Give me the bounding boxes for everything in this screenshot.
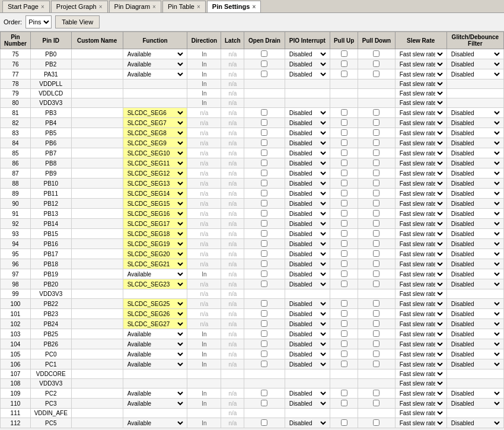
- pull-up-cell[interactable]: [330, 138, 358, 148]
- open-drain-cell[interactable]: [244, 138, 285, 148]
- pio-interrupt-cell[interactable]: Disabled: [285, 108, 330, 118]
- function-cell[interactable]: [123, 409, 187, 418]
- slew-rate-cell[interactable]: Fast slew rate: [395, 229, 446, 239]
- pull-down-cell[interactable]: [358, 229, 395, 239]
- function-cell[interactable]: SLCDC_SEG19: [123, 239, 187, 249]
- tab-close-icon[interactable]: ×: [252, 4, 256, 10]
- pio-interrupt-cell[interactable]: [285, 379, 330, 388]
- custom-name-cell[interactable]: [71, 339, 123, 349]
- pull-down-cell[interactable]: [358, 279, 395, 289]
- function-cell[interactable]: SLCDC_SEG11: [123, 158, 187, 168]
- pio-interrupt-cell[interactable]: Disabled: [285, 138, 330, 148]
- function-cell[interactable]: SLCDC_SEG7: [123, 118, 187, 128]
- glitch-filter-cell[interactable]: Disabled: [446, 69, 503, 79]
- pio-interrupt-cell[interactable]: Disabled: [285, 168, 330, 179]
- custom-name-cell[interactable]: [71, 79, 123, 89]
- pio-interrupt-cell[interactable]: Disabled: [285, 269, 330, 279]
- pio-interrupt-cell[interactable]: Disabled: [285, 49, 330, 59]
- pull-down-cell[interactable]: [358, 158, 395, 168]
- glitch-filter-cell[interactable]: Disabled: [446, 199, 503, 209]
- function-cell[interactable]: [123, 370, 187, 379]
- open-drain-cell[interactable]: [244, 388, 285, 399]
- pull-up-cell[interactable]: [330, 108, 358, 118]
- slew-rate-cell[interactable]: Fast slew rate: [395, 309, 446, 319]
- glitch-filter-cell[interactable]: Disabled: [446, 418, 503, 428]
- open-drain-cell[interactable]: [244, 59, 285, 69]
- open-drain-cell[interactable]: [244, 189, 285, 199]
- pio-interrupt-cell[interactable]: [285, 409, 330, 418]
- glitch-filter-cell[interactable]: Disabled: [446, 239, 503, 249]
- open-drain-cell[interactable]: [244, 370, 285, 379]
- pull-up-cell[interactable]: [330, 49, 358, 59]
- open-drain-cell[interactable]: [244, 219, 285, 229]
- slew-rate-cell[interactable]: Fast slew rate: [395, 409, 446, 418]
- glitch-filter-cell[interactable]: Disabled: [446, 259, 503, 269]
- custom-name-cell[interactable]: [71, 158, 123, 168]
- pio-interrupt-cell[interactable]: Disabled: [285, 118, 330, 128]
- pio-interrupt-cell[interactable]: Disabled: [285, 388, 330, 399]
- pull-up-cell[interactable]: [330, 259, 358, 269]
- custom-name-cell[interactable]: [71, 209, 123, 219]
- glitch-filter-cell[interactable]: [446, 89, 503, 98]
- glitch-filter-cell[interactable]: Disabled: [446, 229, 503, 239]
- pull-down-cell[interactable]: [358, 79, 395, 89]
- function-cell[interactable]: SLCDC_SEG16: [123, 209, 187, 219]
- open-drain-cell[interactable]: [244, 339, 285, 349]
- custom-name-cell[interactable]: [71, 399, 123, 409]
- pull-up-cell[interactable]: [330, 239, 358, 249]
- slew-rate-cell[interactable]: Fast slew rate: [395, 239, 446, 249]
- slew-rate-cell[interactable]: Fast slew rate: [395, 168, 446, 179]
- pull-down-cell[interactable]: [358, 219, 395, 229]
- pull-down-cell[interactable]: [358, 148, 395, 158]
- glitch-filter-cell[interactable]: Disabled: [446, 299, 503, 309]
- pio-interrupt-cell[interactable]: Disabled: [285, 209, 330, 219]
- slew-rate-cell[interactable]: Fast slew rate: [395, 199, 446, 209]
- function-cell[interactable]: SLCDC_SEG13: [123, 179, 187, 189]
- glitch-filter-cell[interactable]: Disabled: [446, 279, 503, 289]
- open-drain-cell[interactable]: [244, 118, 285, 128]
- slew-rate-cell[interactable]: Fast slew rate: [395, 289, 446, 299]
- pull-up-cell[interactable]: [330, 249, 358, 259]
- pull-down-cell[interactable]: [358, 69, 395, 79]
- tab-close-icon[interactable]: ×: [197, 4, 200, 10]
- pull-up-cell[interactable]: [330, 59, 358, 69]
- pull-down-cell[interactable]: [358, 49, 395, 59]
- pio-interrupt-cell[interactable]: Disabled: [285, 148, 330, 158]
- pull-up-cell[interactable]: [330, 229, 358, 239]
- pull-up-cell[interactable]: [330, 148, 358, 158]
- pio-interrupt-cell[interactable]: Disabled: [285, 179, 330, 189]
- glitch-filter-cell[interactable]: [446, 370, 503, 379]
- tab-projectgraph[interactable]: Project Graph×: [51, 1, 108, 12]
- tab-close-icon[interactable]: ×: [41, 4, 44, 10]
- glitch-filter-cell[interactable]: [446, 98, 503, 108]
- pio-interrupt-cell[interactable]: Disabled: [285, 189, 330, 199]
- glitch-filter-cell[interactable]: Disabled: [446, 269, 503, 279]
- pull-down-cell[interactable]: [358, 388, 395, 399]
- glitch-filter-cell[interactable]: Disabled: [446, 319, 503, 329]
- pull-up-cell[interactable]: [330, 209, 358, 219]
- pull-down-cell[interactable]: [358, 399, 395, 409]
- pull-down-cell[interactable]: [358, 89, 395, 98]
- open-drain-cell[interactable]: [244, 279, 285, 289]
- custom-name-cell[interactable]: [71, 279, 123, 289]
- custom-name-cell[interactable]: [71, 49, 123, 59]
- slew-rate-cell[interactable]: Fast slew rate: [395, 89, 446, 98]
- open-drain-cell[interactable]: [244, 199, 285, 209]
- custom-name-cell[interactable]: [71, 239, 123, 249]
- pull-up-cell[interactable]: [330, 98, 358, 108]
- custom-name-cell[interactable]: [71, 148, 123, 158]
- function-cell[interactable]: [123, 379, 187, 388]
- pull-down-cell[interactable]: [358, 379, 395, 388]
- function-cell[interactable]: SLCDC_SEG18: [123, 229, 187, 239]
- pull-down-cell[interactable]: [358, 409, 395, 418]
- open-drain-cell[interactable]: [244, 229, 285, 239]
- custom-name-cell[interactable]: [71, 138, 123, 148]
- open-drain-cell[interactable]: [244, 49, 285, 59]
- function-cell[interactable]: SLCDC_SEG8: [123, 128, 187, 138]
- function-cell[interactable]: SLCDC_SEG25: [123, 299, 187, 309]
- glitch-filter-cell[interactable]: Disabled: [446, 219, 503, 229]
- slew-rate-cell[interactable]: Fast slew rate: [395, 148, 446, 158]
- pull-down-cell[interactable]: [358, 299, 395, 309]
- pio-interrupt-cell[interactable]: Disabled: [285, 399, 330, 409]
- slew-rate-cell[interactable]: Fast slew rate: [395, 388, 446, 399]
